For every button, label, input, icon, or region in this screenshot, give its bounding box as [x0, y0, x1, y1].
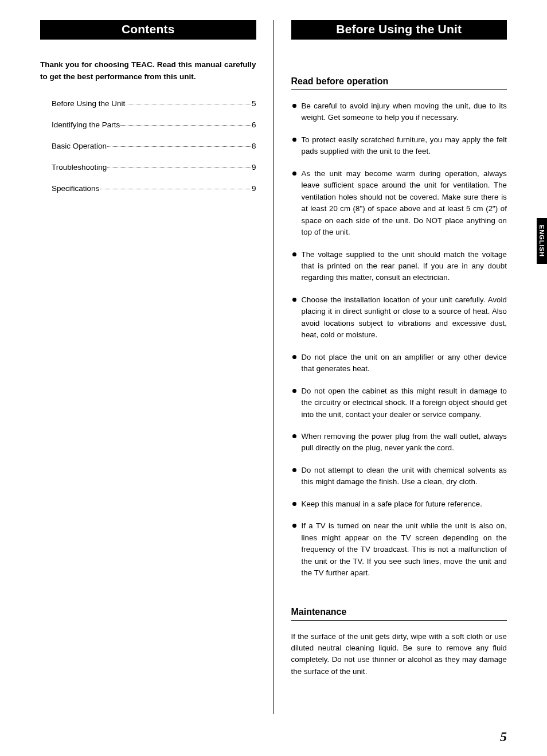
maintenance-heading: Maintenance [291, 607, 507, 621]
maintenance-text: If the surface of the unit gets dirty, w… [291, 631, 507, 678]
bullet-item: Be careful to avoid injury when moving t… [291, 100, 507, 124]
table-of-contents: Before Using the Unit 5 Identifying the … [40, 99, 256, 193]
toc-row: Before Using the Unit 5 [52, 99, 256, 108]
toc-title: Basic Operation [52, 142, 107, 150]
toc-dots [107, 146, 251, 147]
toc-title: Specifications [52, 184, 99, 193]
page-number: 5 [500, 729, 507, 745]
toc-row: Specifications 9 [52, 184, 256, 193]
toc-dots [120, 125, 251, 126]
bullet-item: Do not attempt to clean the unit with ch… [291, 465, 507, 488]
bullet-item: Choose the installation location of your… [291, 294, 507, 341]
bullet-item: The voltage supplied to the unit should … [291, 249, 507, 284]
operation-bullets: Be careful to avoid injury when moving t… [291, 100, 507, 579]
contents-heading: Contents [40, 20, 256, 40]
bullet-item: If a TV is turned on near the unit while… [291, 520, 507, 579]
toc-page: 8 [252, 142, 256, 150]
language-tab: ENGLISH [537, 218, 547, 264]
toc-page: 5 [252, 99, 256, 108]
toc-row: Identifying the Parts 6 [52, 120, 256, 129]
toc-dots [107, 167, 251, 168]
toc-title: Identifying the Parts [52, 120, 120, 129]
toc-title: Troubleshooting [52, 163, 107, 172]
toc-row: Basic Operation 8 [52, 142, 256, 150]
read-before-operation-heading: Read before operation [291, 76, 507, 90]
bullet-item: To protect easily scratched furniture, y… [291, 134, 507, 158]
toc-page: 9 [252, 184, 256, 193]
toc-page: 6 [252, 120, 256, 129]
left-column: Contents Thank you for choosing TEAC. Re… [40, 20, 256, 739]
bullet-item: Do not place the unit on an amplifier or… [291, 352, 507, 375]
intro-text: Thank you for choosing TEAC. Read this m… [40, 59, 256, 83]
column-divider [274, 20, 274, 714]
bullet-item: When removing the power plug from the wa… [291, 431, 507, 454]
bullet-item: Keep this manual in a safe place for fut… [291, 498, 507, 510]
toc-dots [100, 189, 251, 189]
before-using-heading: Before Using the Unit [291, 20, 507, 40]
right-column: Before Using the Unit Read before operat… [291, 20, 507, 739]
toc-dots [126, 104, 251, 104]
toc-title: Before Using the Unit [52, 99, 125, 108]
bullet-item: Do not open the cabinet as this might re… [291, 385, 507, 420]
toc-row: Troubleshooting 9 [52, 163, 256, 172]
toc-page: 9 [252, 163, 256, 172]
bullet-item: As the unit may become warm during opera… [291, 168, 507, 239]
